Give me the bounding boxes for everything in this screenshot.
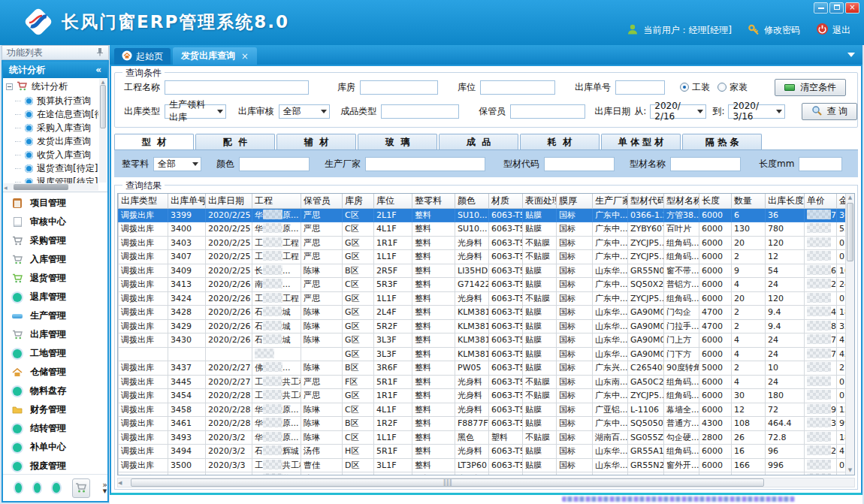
table-row[interactable]: 调拨出库33992020/2/25华原...严思C区2L1F整料SU10...6… [119, 208, 846, 222]
radio-home-decor[interactable] [717, 83, 727, 92]
column-header[interactable]: 颜色 [455, 194, 489, 208]
statistics-section-header[interactable]: 统计分析 « [3, 62, 107, 78]
profile-code-input[interactable] [544, 157, 615, 171]
material-tab[interactable]: 辅 材 [276, 134, 356, 149]
material-tab[interactable]: 成 品 [439, 134, 518, 149]
column-header[interactable]: 出库日期 [206, 194, 252, 208]
table-row[interactable]: 调拨出库34092020/2/25长...陈琳B区2R5F整料LI35HD606… [119, 264, 846, 278]
cart-toolbar-button[interactable] [72, 478, 91, 498]
sidebar-module-仓储管理[interactable]: 仓储管理 [3, 363, 107, 382]
module-dot-icon[interactable] [34, 483, 41, 493]
close-tab-icon[interactable]: × [241, 51, 249, 62]
table-row[interactable]: 调拨出库34582020/2/28华原...陈琳C区4L1F整料光身料6063-… [119, 403, 846, 417]
column-header[interactable]: 单价 [805, 194, 837, 208]
module-dot-icon[interactable] [15, 483, 22, 493]
sidebar-module-项目管理[interactable]: 项目管理 [3, 194, 107, 213]
project-name-input[interactable] [165, 80, 309, 95]
table-vertical-scrollbar[interactable]: ▲▼ [845, 194, 854, 475]
table-row[interactable]: 调拨出库34302020/2/26石城陈琳G区3L3F整料KLM38176063… [119, 333, 846, 348]
location-input[interactable] [480, 80, 555, 95]
table-row[interactable]: 调拨出库34242020/2/26工工程严思G区1L1F整料光身料6063-T5… [119, 291, 846, 306]
table-row[interactable]: 调拨出库34932020/3/2华原...陈琳C区1L1F整料黑色塑料不贴膜国标… [119, 430, 846, 445]
sidebar-module-物料盘存[interactable]: 物料盘存 [3, 382, 107, 400]
tree-item[interactable]: 发货出库查询 [5, 134, 98, 148]
column-header[interactable]: 生产厂家 [593, 194, 628, 208]
tree-item[interactable]: 退货查询[待定] [5, 161, 98, 175]
tree-vertical-scrollbar[interactable]: ▲ [99, 79, 107, 183]
tree-root[interactable]: 统计分析 [5, 80, 98, 94]
tree-item[interactable]: 退库管理[待定] [5, 175, 98, 183]
material-tab[interactable]: 耗 材 [520, 134, 600, 149]
whole-part-select[interactable]: 全部 [153, 157, 201, 171]
tree-item[interactable]: 预算执行查询 [5, 94, 98, 107]
column-header[interactable]: 材质 [489, 194, 523, 208]
table-row[interactable]: G区3L3F整料KLM38176063-T5贴膜国标山东华...GA90M09.… [119, 347, 846, 361]
radio-work-clothes[interactable] [680, 83, 689, 92]
sidebar-module-出库管理[interactable]: 出库管理 [3, 325, 107, 344]
column-header[interactable]: 型材名称 [664, 194, 699, 208]
column-header[interactable]: 整零料 [412, 194, 455, 208]
factory-input[interactable] [365, 157, 485, 171]
column-header[interactable]: 数量 [732, 194, 766, 208]
profile-name-input[interactable] [670, 157, 741, 171]
sidebar-module-报废管理[interactable]: 报废管理 [3, 457, 107, 474]
tree-horizontal-scrollbar[interactable]: ◀ [4, 183, 98, 191]
table-row[interactable]: 调拨出库34072020/2/25工工程严思G区1L1F整料光身料6063-T5… [119, 250, 846, 264]
pin-icon[interactable] [96, 47, 104, 59]
sidebar-module-补单中心[interactable]: 补单中心 [3, 438, 107, 457]
length-input[interactable] [799, 157, 842, 171]
change-password-button[interactable]: 修改密码 [748, 23, 800, 38]
table-horizontal-scrollbar[interactable]: ◀‖‖‖ [117, 478, 855, 487]
table-row[interactable]: 调拨出库35002020/3/3工共工程曹佳D区3L1F整料LT3P606063… [119, 458, 846, 472]
collapse-node-icon[interactable] [6, 83, 13, 90]
material-tab[interactable]: 型 材 [114, 134, 194, 149]
sidebar-module-采购管理[interactable]: 采购管理 [3, 231, 107, 250]
table-row[interactable]: 调拨出库35102020/3/4工共工程陈琳F区5R1F整料光身料6063-T5… [119, 472, 846, 475]
table-row[interactable]: 调拨出库34282020/2/26石城陈琳G区2L4F整料KLM38176063… [119, 306, 846, 320]
table-row[interactable]: 调拨出库34292020/2/26石城陈琳G区5R2F整料KLM38176063… [119, 319, 846, 333]
close-button[interactable]: × [845, 2, 859, 14]
column-header[interactable]: 工程 [252, 194, 301, 208]
tree-item[interactable]: 收货入库查询 [5, 148, 98, 161]
search-button[interactable]: 查 询 [802, 103, 857, 120]
module-dot-icon[interactable] [53, 483, 59, 493]
column-header[interactable]: 出库单号 [168, 194, 206, 208]
column-header[interactable]: 保管员 [301, 194, 343, 208]
material-tab[interactable]: 玻 璃 [358, 134, 437, 149]
table-row[interactable]: 调拨出库34542020/2/28工共工程严思G区1R1F整料光身料6063-T… [119, 389, 846, 403]
audit-select[interactable]: 全部 [279, 104, 330, 119]
tab-shipment-query[interactable]: 发货出库查询 × [173, 47, 257, 65]
more-modules-button[interactable]: »▾ [102, 482, 107, 494]
sidebar-module-结转管理[interactable]: 结转管理 [3, 419, 107, 438]
table-row[interactable]: 调拨出库34032020/2/25工工程严思G区1R1F整料光身料6063-T5… [119, 236, 846, 250]
table-row[interactable]: 调拨出库34612020/2/28华原...陈琳B区1R2F整料F8877FT6… [119, 417, 846, 431]
sidebar-module-审核中心[interactable]: 审核中心 [3, 213, 107, 231]
date-from-picker[interactable]: 2020/ 2/16 [650, 104, 706, 119]
table-row[interactable]: 调拨出库34372020/2/27佛...陈琳B区3R6F整料PW056063-… [119, 361, 846, 376]
column-header[interactable]: 金额 [837, 194, 846, 208]
column-header[interactable]: 型材代码 [628, 194, 664, 208]
date-to-picker[interactable]: 2020/ 3/16 [728, 104, 784, 119]
minimize-button[interactable] [814, 2, 828, 14]
sidebar-module-入库管理[interactable]: 入库管理 [3, 250, 107, 269]
color-input[interactable] [239, 157, 310, 171]
tree-item[interactable]: 在途信息查询[待 [5, 107, 98, 121]
order-no-input[interactable] [615, 80, 665, 95]
column-header[interactable]: 膜厚 [557, 194, 593, 208]
logout-button[interactable]: 退出 [816, 23, 850, 38]
material-tab[interactable]: 隔 热 条 [682, 134, 762, 149]
keeper-input[interactable] [510, 104, 585, 119]
table-row[interactable]: 调拨出库34002020/2/25华原...严思C区4L1F整料SU10...6… [119, 222, 846, 237]
warehouse-input[interactable] [360, 80, 438, 95]
material-tab[interactable]: 单 体 型 材 [601, 134, 681, 149]
table-row[interactable]: 调拨出库34452020/2/27工共工程严思F区5R1F整料光身料6063-T… [119, 375, 846, 389]
tab-list-dropdown-icon[interactable] [847, 53, 855, 57]
column-header[interactable]: 表面处理 [523, 194, 557, 208]
sidebar-module-生产管理[interactable]: 生产管理 [3, 306, 107, 325]
sidebar-module-退库管理[interactable]: 退库管理 [3, 288, 107, 306]
sidebar-module-退货管理[interactable]: 退货管理 [3, 269, 107, 288]
sidebar-module-财务管理[interactable]: 财务管理 [3, 400, 107, 419]
table-row[interactable]: 调拨出库34132020/2/26南...严思C区5R3F整料G71422606… [119, 278, 846, 292]
product-type-input[interactable] [381, 104, 459, 119]
column-header[interactable]: 长度 [699, 194, 732, 208]
